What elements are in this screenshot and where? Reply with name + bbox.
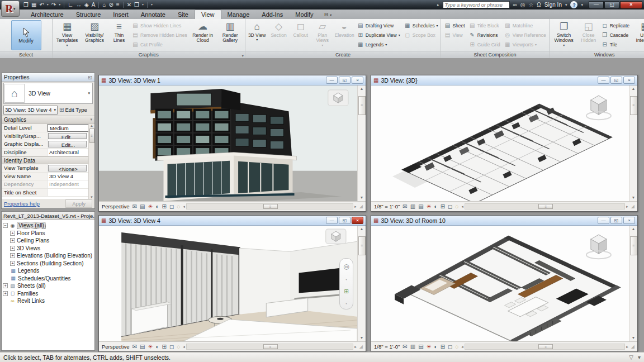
save-icon[interactable]: ▦ (31, 1, 36, 9)
drafting-view-button[interactable]: ▤ Drafting View (356, 21, 402, 30)
sign-in-caret-icon[interactable]: ▾ (565, 3, 567, 7)
horizontal-scrollbar[interactable]: ◂ ≡ ▸ (461, 203, 628, 209)
scroll-up-icon[interactable]: ▲ (90, 124, 93, 127)
type-selector-caret-icon[interactable]: ▾ (88, 91, 92, 96)
render-in-cloud-button[interactable]: ☁ Render in Cloud (190, 20, 216, 51)
scroll-thumb[interactable]: ≡ (630, 96, 637, 115)
scroll-left-icon[interactable]: ◂ (461, 204, 463, 209)
section-icon[interactable]: ⊘ (108, 1, 113, 9)
expand-icon[interactable]: + (10, 261, 15, 266)
viewport-3d-canvas[interactable] (371, 85, 629, 201)
resize-grip-icon[interactable]: ◢ (359, 344, 363, 349)
resize-grip-icon[interactable]: ◢ (359, 204, 363, 209)
visual-style-icon[interactable]: ▤ (418, 203, 423, 209)
horizontal-scrollbar[interactable]: ◂ ≡ ▸ (183, 203, 357, 209)
vertical-scrollbar[interactable]: ▲ ≡ ▼ (357, 226, 366, 341)
view-scale-button[interactable]: 1/8" = 1'-0" (374, 344, 400, 350)
shadows-icon[interactable]: ◐ (434, 203, 438, 209)
scroll-up-icon[interactable]: ▲ (632, 85, 636, 92)
window-close-button[interactable]: × (352, 217, 363, 224)
window-titlebar[interactable]: ▦ 3D View: 3D of Room 10 — ◱ × (371, 216, 637, 226)
properties-scrollbar[interactable]: ▲ ≡ ▼ (88, 124, 94, 199)
expand-icon[interactable]: + (10, 231, 15, 236)
property-row[interactable]: Graphic Displa... Edit... (2, 140, 94, 149)
scroll-right-icon[interactable]: ▸ (626, 204, 628, 209)
status-caret-icon[interactable]: ▾ (638, 354, 641, 360)
property-row[interactable]: View Template <None> (2, 164, 94, 173)
scroll-thumb[interactable]: ≡ (358, 96, 366, 115)
communication-center-icon[interactable]: ◎ (520, 2, 525, 8)
navigation-bar[interactable]: ◎ ▾ ⊞ ▾ (339, 258, 353, 309)
visibility-edit-button[interactable]: Edit... (48, 133, 87, 140)
viewport-3d-canvas[interactable] (99, 85, 357, 201)
title-on-sheet-value[interactable] (48, 189, 94, 197)
window-titlebar[interactable]: ▦ 3D View: 3D View 1 — ◱ × (99, 75, 366, 85)
tab-architecture[interactable]: Architecture (25, 10, 70, 19)
legends-button[interactable]: ▦ Legends ▾ (356, 40, 402, 49)
search-icon[interactable]: ∞ (513, 2, 517, 8)
sheet-button[interactable]: ▤ Sheet (442, 21, 466, 30)
view-template-button[interactable]: <None> (48, 165, 87, 172)
scroll-down-icon[interactable]: ▼ (360, 335, 364, 341)
expand-icon[interactable]: + (10, 246, 15, 251)
scroll-right-icon[interactable]: ▸ (354, 345, 357, 349)
scroll-down-icon[interactable]: ▼ (632, 335, 636, 341)
tag-icon[interactable]: ◈ (84, 1, 89, 9)
window-minimize-button[interactable]: — (326, 77, 338, 84)
scroll-up-icon[interactable]: ▲ (360, 85, 364, 92)
window-close-button[interactable]: × (623, 77, 635, 84)
expand-icon[interactable]: + (3, 283, 8, 288)
expand-icon[interactable]: + (10, 238, 15, 243)
customize-qat-icon[interactable]: ▾ (151, 1, 153, 9)
horizontal-scrollbar[interactable]: ◂ ≡ ▸ (183, 344, 357, 350)
tree-item-ceiling-plans[interactable]: + Ceiling Plans (3, 237, 94, 245)
cascade-button[interactable]: ❐ Cascade (600, 30, 631, 40)
scroll-thumb[interactable]: ≡ (358, 236, 366, 255)
scroll-right-icon[interactable]: ▸ (626, 345, 628, 349)
sun-path-icon[interactable]: ☀ (427, 203, 432, 209)
tile-button[interactable]: ⊟ Tile (600, 40, 631, 49)
view-window-3d[interactable]: ▦ 3D View: {3D} — ◱ × (371, 75, 638, 212)
tree-item-elevations[interactable]: + Elevations (Building Elevation) (3, 252, 94, 260)
scroll-thumb[interactable]: ≡ (538, 344, 553, 349)
detail-level-icon[interactable]: ▥ (410, 203, 415, 209)
tree-item-schedules[interactable]: ▦ Schedules/Quantities (3, 275, 94, 283)
application-menu-button[interactable]: R ▾ (1, 1, 20, 17)
ribbon-state-caret-icon[interactable]: ▾ (330, 13, 332, 17)
scroll-left-icon[interactable]: ◂ (183, 204, 185, 209)
sun-path-icon[interactable]: ☀ (148, 344, 153, 350)
tab-manage[interactable]: Manage (221, 10, 256, 19)
help-icon[interactable]: ? (570, 1, 577, 8)
search-input[interactable] (443, 1, 510, 8)
property-row[interactable]: Discipline Architectural (2, 149, 94, 157)
crop-region-icon[interactable]: ⊞ (441, 344, 445, 350)
tree-item-floor-plans[interactable]: + Floor Plans (3, 230, 94, 237)
visibility-graphics-button[interactable]: ▨ Visibility/ Graphics (81, 20, 108, 51)
tree-item-3d-views[interactable]: + 3D Views (3, 245, 94, 253)
crop-region-icon[interactable]: ⊞ (162, 344, 167, 350)
sun-path-icon[interactable]: ☀ (148, 203, 153, 209)
detail-level-icon[interactable]: ▥ (410, 344, 415, 350)
property-row[interactable]: Title on Sheet (2, 189, 94, 197)
edit-type-button[interactable]: ⊞ Edit Type (59, 107, 87, 113)
window-minimize-button[interactable]: — (598, 77, 609, 84)
schedules-button[interactable]: ▦ Schedules ▾ (402, 21, 440, 30)
undo-icon[interactable]: ↶ (39, 1, 44, 9)
tab-structure[interactable]: Structure (70, 10, 107, 19)
thin-lines-icon[interactable]: ≡ (116, 1, 120, 9)
close-inactive-windows-icon[interactable]: ✕ (127, 1, 131, 9)
window-restore-button[interactable]: ◱ (610, 217, 622, 224)
show-rendering-dialog-icon[interactable]: ✉ (132, 344, 137, 350)
scroll-down-icon[interactable]: ▼ (90, 196, 93, 199)
tree-item-sheets[interactable]: + ▤ Sheets (all) (3, 282, 94, 290)
3d-view-button[interactable]: ⌂ 3D View ▾ (247, 20, 268, 51)
expand-icon[interactable]: + (3, 291, 8, 296)
favorites-icon[interactable]: ☆ (528, 2, 533, 8)
reveal-hidden-icon[interactable]: ◌ (177, 344, 180, 350)
restore-button[interactable]: ◱ (604, 1, 619, 9)
window-minimize-button[interactable]: — (598, 217, 609, 224)
view-templates-button[interactable]: ▦ View Templates ▾ (54, 20, 80, 51)
scroll-up-icon[interactable]: ▲ (632, 226, 636, 232)
visual-style-icon[interactable]: ▤ (418, 344, 423, 350)
redo-caret-icon[interactable]: ▾ (59, 1, 60, 9)
